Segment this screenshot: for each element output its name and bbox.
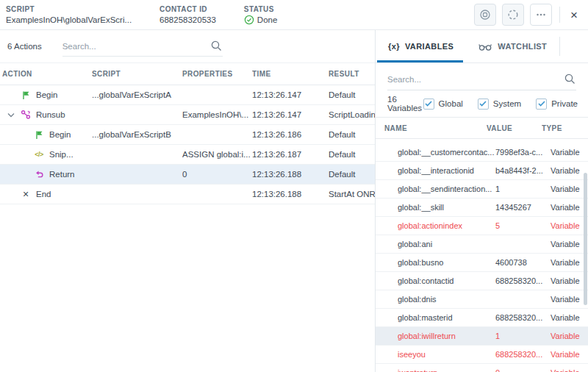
variable-value: 4600738 [495,258,551,267]
variable-row-error[interactable]: iwontreturn 0 Variable [376,364,588,372]
column-action: ACTION [0,70,92,78]
flag-icon [20,90,32,100]
variable-value: 14345267 [495,203,551,212]
variable-row-error-selected[interactable]: global:iwillreturn 1 Variable [376,327,588,346]
table-row-return[interactable]: Return 0 12:13:26.188 Default [0,165,375,185]
table-row-snippet[interactable]: </> Snip... ASSIGN global:i... 12:13:26.… [0,145,375,165]
action-label: Begin [49,130,71,139]
close-button[interactable]: × [567,9,581,21]
variables-panel: {x} VARIABLES WATCHLIST [376,30,588,372]
script-trace-window: SCRIPT ExamplesInOH\globalVarExScri... C… [0,0,588,372]
table-row-end[interactable]: × End 12:13:26.188 StartAt ONRELE [0,185,375,204]
action-label: Runsub [36,110,65,119]
scrollbar-thumb[interactable] [584,173,587,305]
variable-value: 1 [495,332,551,340]
variable-type: Variable [551,368,588,372]
cell-properties: ASSIGN global:i... [182,150,252,159]
status-value: Done [257,15,278,24]
actions-search-input[interactable] [62,42,210,51]
status-label: STATUS [244,5,278,13]
checkbox-private-checked[interactable] [536,99,547,110]
chevron-down-icon[interactable] [2,112,20,118]
variable-value: 5 [495,221,551,230]
variable-row[interactable]: global:__customercontac... 7998ef3a-c...… [376,143,588,162]
variable-type: Variable [551,332,588,340]
column-result: RESULT [329,70,375,78]
variables-icon: {x} [388,42,400,51]
variable-name: iwontreturn [398,368,495,372]
variable-row[interactable]: global:__sendinteraction... 1 Variable [376,180,588,198]
table-row-begin-a[interactable]: Begin ...globalVarExScriptA 12:13:26.147… [0,85,375,105]
checkbox-system-checked[interactable] [478,99,489,110]
variable-name: global:__sendinteraction... [398,185,495,193]
variable-type: Variable [551,203,588,212]
variable-name: global:iwillreturn [398,332,495,340]
filter-system[interactable]: System [478,99,521,110]
variables-list: global:__customercontac... 7998ef3a-c...… [376,139,588,372]
variable-row[interactable]: global:__interactionid b4a8443f-2... Var… [376,162,588,180]
tabs-divider [559,37,560,56]
variable-name: global:masterid [398,313,495,322]
cell-script: ...globalVarExScriptB [92,130,182,139]
actions-panel: 6 Actions ACTION SCRIPT PROPERTIES TIME … [0,30,376,372]
variable-value: 1 [495,185,551,193]
variable-row[interactable]: global:masterid 688258320... Variable [376,309,588,327]
variable-type: Variable [551,240,588,248]
variable-name: global:contactid [398,276,495,285]
action-label: Return [49,170,75,179]
cell-result: Default [329,170,375,179]
filter-private-label: Private [551,99,578,108]
contact-id-meta: CONTACT ID 688258320533 [159,5,216,24]
variable-value: b4a8443f-2... [495,166,551,175]
cell-result: StartAt ONRELE [329,190,375,198]
script-value: ExamplesInOH\globalVarExScri... [6,15,132,24]
variable-value: 7998ef3a-c... [495,148,551,157]
variable-name: global:actionindex [398,221,495,230]
search-icon [210,40,223,52]
filter-private[interactable]: Private [536,99,578,110]
checkbox-global-checked[interactable] [423,99,434,110]
status-meta: STATUS Done [244,5,278,25]
variable-value: 688258320... [495,313,551,322]
variable-value: 0 [495,368,551,372]
variable-row[interactable]: global:busno 4600738 Variable [376,254,588,272]
variable-name: global:__customercontac... [398,148,495,157]
variables-scrollbar[interactable] [584,145,587,371]
column-script: SCRIPT [92,70,182,78]
table-row-runsub[interactable]: Runsub ExamplesInOH\... 12:13:26.147 Scr… [0,105,375,125]
cell-result: Default [329,150,375,159]
cell-time: 12:13:26.186 [252,130,329,139]
column-time: TIME [252,70,329,78]
more-options-button[interactable] [530,4,552,26]
ellipsis-icon [535,9,547,21]
tab-watchlist[interactable]: WATCHLIST [466,30,559,62]
cell-time: 12:13:26.188 [252,170,329,179]
variable-row-error[interactable]: iseeyou 688258320... Variable [376,346,588,364]
variables-search-input[interactable] [387,75,564,84]
cell-result: Default [329,130,375,139]
variable-row[interactable]: global:__skill 14345267 Variable [376,198,588,217]
monitor-button[interactable] [474,4,496,26]
column-type: TYPE [542,124,588,132]
cell-result: ScriptLoading [329,110,375,119]
retrace-button[interactable] [502,4,524,26]
cell-time: 12:13:26.147 [252,110,329,119]
actions-search [62,36,223,57]
contact-id-label: CONTACT ID [159,5,216,13]
variable-row[interactable]: global:dnis Variable [376,290,588,309]
variable-row-error[interactable]: global:actionindex 5 Variable [376,217,588,235]
variable-row[interactable]: global:ani Variable [376,235,588,254]
variable-name: global:dnis [398,295,495,304]
variable-row[interactable]: global:contactid 688258320... Variable [376,272,588,290]
status-done-icon [244,15,254,25]
table-row-begin-b[interactable]: Begin ...globalVarExScriptB 12:13:26.186… [0,125,375,145]
variable-type: Variable [551,313,588,322]
actions-toolbar: 6 Actions [0,30,375,63]
filter-global[interactable]: Global [423,99,463,110]
tab-variables[interactable]: {x} VARIABLES [376,30,466,62]
topbar-actions: × [474,4,581,26]
variable-type: Variable [551,221,588,230]
variable-value: 688258320... [495,276,551,285]
script-meta: SCRIPT ExamplesInOH\globalVarExScri... [6,5,132,24]
end-x-icon: × [20,189,32,199]
